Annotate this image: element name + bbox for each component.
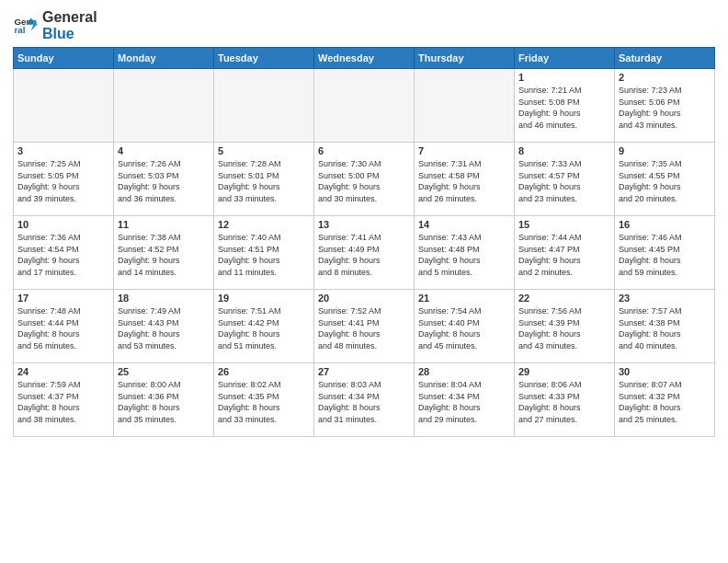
week-row-3: 17Sunrise: 7:48 AM Sunset: 4:44 PM Dayli… — [14, 290, 715, 363]
day-number: 18 — [118, 293, 210, 304]
day-number: 20 — [318, 293, 410, 304]
day-info: Sunrise: 8:03 AM Sunset: 4:34 PM Dayligh… — [318, 379, 410, 425]
day-info: Sunrise: 8:00 AM Sunset: 4:36 PM Dayligh… — [118, 379, 210, 425]
day-number: 4 — [118, 145, 210, 156]
day-info: Sunrise: 7:31 AM Sunset: 4:58 PM Dayligh… — [418, 158, 510, 204]
weekday-header-monday: Monday — [114, 48, 214, 69]
day-info: Sunrise: 7:56 AM Sunset: 4:39 PM Dayligh… — [518, 305, 610, 351]
day-cell: 17Sunrise: 7:48 AM Sunset: 4:44 PM Dayli… — [14, 290, 114, 363]
day-info: Sunrise: 8:06 AM Sunset: 4:33 PM Dayligh… — [518, 379, 610, 425]
day-cell: 25Sunrise: 8:00 AM Sunset: 4:36 PM Dayli… — [114, 363, 214, 437]
day-info: Sunrise: 7:59 AM Sunset: 4:37 PM Dayligh… — [17, 379, 109, 425]
day-info: Sunrise: 8:02 AM Sunset: 4:35 PM Dayligh… — [218, 379, 310, 425]
day-cell: 14Sunrise: 7:43 AM Sunset: 4:48 PM Dayli… — [415, 216, 515, 290]
day-info: Sunrise: 7:36 AM Sunset: 4:54 PM Dayligh… — [17, 232, 109, 278]
logo: Gene ral General Blue — [13, 9, 97, 41]
day-cell: 1Sunrise: 7:21 AM Sunset: 5:08 PM Daylig… — [515, 69, 615, 143]
day-info: Sunrise: 7:33 AM Sunset: 4:57 PM Dayligh… — [518, 158, 610, 204]
day-number: 10 — [17, 219, 109, 230]
day-number: 30 — [619, 366, 711, 377]
day-number: 22 — [518, 293, 610, 304]
weekday-header-friday: Friday — [515, 48, 615, 69]
day-number: 17 — [17, 293, 109, 304]
calendar-container: Gene ral General Blue SundayMondayTuesda… — [0, 0, 728, 446]
day-number: 14 — [418, 219, 510, 230]
day-cell: 27Sunrise: 8:03 AM Sunset: 4:34 PM Dayli… — [314, 363, 415, 437]
day-cell: 15Sunrise: 7:44 AM Sunset: 4:47 PM Dayli… — [515, 216, 615, 290]
day-cell: 3Sunrise: 7:25 AM Sunset: 5:05 PM Daylig… — [14, 143, 114, 216]
day-cell: 22Sunrise: 7:56 AM Sunset: 4:39 PM Dayli… — [515, 290, 615, 363]
day-number: 5 — [218, 145, 310, 156]
day-info: Sunrise: 7:35 AM Sunset: 4:55 PM Dayligh… — [619, 158, 711, 204]
day-cell — [314, 69, 415, 143]
day-number: 21 — [418, 293, 510, 304]
day-number: 27 — [318, 366, 410, 377]
day-cell: 11Sunrise: 7:38 AM Sunset: 4:52 PM Dayli… — [114, 216, 214, 290]
day-number: 29 — [518, 366, 610, 377]
day-cell: 19Sunrise: 7:51 AM Sunset: 4:42 PM Dayli… — [214, 290, 314, 363]
day-number: 15 — [518, 219, 610, 230]
weekday-header-sunday: Sunday — [14, 48, 114, 69]
day-cell — [114, 69, 214, 143]
day-cell: 30Sunrise: 8:07 AM Sunset: 4:32 PM Dayli… — [615, 363, 715, 437]
day-cell: 24Sunrise: 7:59 AM Sunset: 4:37 PM Dayli… — [14, 363, 114, 437]
day-cell: 13Sunrise: 7:41 AM Sunset: 4:49 PM Dayli… — [314, 216, 415, 290]
day-info: Sunrise: 7:52 AM Sunset: 4:41 PM Dayligh… — [318, 305, 410, 351]
day-info: Sunrise: 7:48 AM Sunset: 4:44 PM Dayligh… — [17, 305, 109, 351]
day-number: 3 — [17, 145, 109, 156]
day-cell: 9Sunrise: 7:35 AM Sunset: 4:55 PM Daylig… — [615, 143, 715, 216]
day-number: 7 — [418, 145, 510, 156]
day-info: Sunrise: 7:46 AM Sunset: 4:45 PM Dayligh… — [619, 232, 711, 278]
weekday-header-tuesday: Tuesday — [214, 48, 314, 69]
weekday-header-thursday: Thursday — [415, 48, 515, 69]
day-cell: 21Sunrise: 7:54 AM Sunset: 4:40 PM Dayli… — [415, 290, 515, 363]
day-info: Sunrise: 8:07 AM Sunset: 4:32 PM Dayligh… — [619, 379, 711, 425]
day-number: 16 — [619, 219, 711, 230]
day-number: 13 — [318, 219, 410, 230]
day-cell: 18Sunrise: 7:49 AM Sunset: 4:43 PM Dayli… — [114, 290, 214, 363]
day-cell: 8Sunrise: 7:33 AM Sunset: 4:57 PM Daylig… — [515, 143, 615, 216]
day-number: 9 — [619, 145, 711, 156]
week-row-0: 1Sunrise: 7:21 AM Sunset: 5:08 PM Daylig… — [14, 69, 715, 143]
day-cell — [14, 69, 114, 143]
day-info: Sunrise: 7:28 AM Sunset: 5:01 PM Dayligh… — [218, 158, 310, 204]
day-info: Sunrise: 7:54 AM Sunset: 4:40 PM Dayligh… — [418, 305, 510, 351]
day-cell: 20Sunrise: 7:52 AM Sunset: 4:41 PM Dayli… — [314, 290, 415, 363]
day-info: Sunrise: 7:44 AM Sunset: 4:47 PM Dayligh… — [518, 232, 610, 278]
day-info: Sunrise: 7:40 AM Sunset: 4:51 PM Dayligh… — [218, 232, 310, 278]
day-cell: 16Sunrise: 7:46 AM Sunset: 4:45 PM Dayli… — [615, 216, 715, 290]
day-number: 26 — [218, 366, 310, 377]
day-number: 8 — [518, 145, 610, 156]
day-info: Sunrise: 7:25 AM Sunset: 5:05 PM Dayligh… — [17, 158, 109, 204]
day-cell: 4Sunrise: 7:26 AM Sunset: 5:03 PM Daylig… — [114, 143, 214, 216]
day-number: 19 — [218, 293, 310, 304]
weekday-header-saturday: Saturday — [615, 48, 715, 69]
day-number: 23 — [619, 293, 711, 304]
header: Gene ral General Blue — [13, 9, 715, 41]
logo-icon: Gene ral — [13, 13, 39, 39]
day-info: Sunrise: 7:51 AM Sunset: 4:42 PM Dayligh… — [218, 305, 310, 351]
day-number: 1 — [518, 72, 610, 83]
week-row-2: 10Sunrise: 7:36 AM Sunset: 4:54 PM Dayli… — [14, 216, 715, 290]
day-info: Sunrise: 8:04 AM Sunset: 4:34 PM Dayligh… — [418, 379, 510, 425]
day-info: Sunrise: 7:57 AM Sunset: 4:38 PM Dayligh… — [619, 305, 711, 351]
weekday-header-wednesday: Wednesday — [314, 48, 415, 69]
day-cell: 23Sunrise: 7:57 AM Sunset: 4:38 PM Dayli… — [615, 290, 715, 363]
day-cell: 28Sunrise: 8:04 AM Sunset: 4:34 PM Dayli… — [415, 363, 515, 437]
day-number: 12 — [218, 219, 310, 230]
day-info: Sunrise: 7:30 AM Sunset: 5:00 PM Dayligh… — [318, 158, 410, 204]
day-info: Sunrise: 7:38 AM Sunset: 4:52 PM Dayligh… — [118, 232, 210, 278]
day-cell: 29Sunrise: 8:06 AM Sunset: 4:33 PM Dayli… — [515, 363, 615, 437]
week-row-4: 24Sunrise: 7:59 AM Sunset: 4:37 PM Dayli… — [14, 363, 715, 437]
day-cell — [214, 69, 314, 143]
day-info: Sunrise: 7:41 AM Sunset: 4:49 PM Dayligh… — [318, 232, 410, 278]
day-cell: 6Sunrise: 7:30 AM Sunset: 5:00 PM Daylig… — [314, 143, 415, 216]
day-info: Sunrise: 7:26 AM Sunset: 5:03 PM Dayligh… — [118, 158, 210, 204]
day-info: Sunrise: 7:23 AM Sunset: 5:06 PM Dayligh… — [619, 85, 711, 131]
day-number: 28 — [418, 366, 510, 377]
day-number: 2 — [619, 72, 711, 83]
weekday-header-row: SundayMondayTuesdayWednesdayThursdayFrid… — [14, 48, 715, 69]
calendar-table: SundayMondayTuesdayWednesdayThursdayFrid… — [13, 47, 715, 437]
day-info: Sunrise: 7:21 AM Sunset: 5:08 PM Dayligh… — [518, 85, 610, 131]
week-row-1: 3Sunrise: 7:25 AM Sunset: 5:05 PM Daylig… — [14, 143, 715, 216]
